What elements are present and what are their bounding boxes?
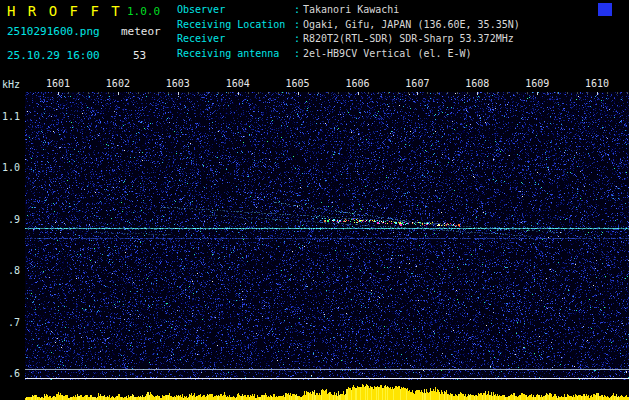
x-tick-label: 1603 (162, 78, 194, 89)
info-colon: : (291, 18, 303, 33)
x-tick-label: 1608 (461, 78, 493, 89)
x-tick-label: 1602 (102, 78, 134, 89)
timestamp: 25.10.29 16:00 (7, 49, 100, 62)
info-label: Receiver (177, 32, 291, 47)
y-tick-label: 1.1 (0, 111, 20, 122)
y-tick-label: 1.0 (0, 162, 20, 173)
info-row: Observer:Takanori Kawachi (177, 3, 520, 18)
app-title: H R O F F T (7, 3, 122, 19)
y-tick-label: .7 (0, 317, 20, 328)
spectrogram-canvas (25, 92, 629, 380)
x-tick-label: 1601 (42, 78, 74, 89)
x-tick-label: 1604 (222, 78, 254, 89)
scale-marker-square (598, 3, 612, 16)
app-version: 1.0.0 (127, 5, 160, 18)
info-value: Ogaki, Gifu, JAPAN (136.60E, 35.35N) (303, 18, 520, 33)
y-tick-label: .8 (0, 265, 20, 276)
info-colon: : (291, 32, 303, 47)
x-tick-label: 1606 (342, 78, 374, 89)
info-value: 2el-HB9CV Vertical (el. E-W) (303, 47, 472, 62)
x-tick-label: 1609 (521, 78, 553, 89)
info-label: Observer (177, 3, 291, 18)
x-tick-label: 1605 (282, 78, 314, 89)
info-row: Receiving antenna:2el-HB9CV Vertical (el… (177, 47, 520, 62)
mode-label: meteor (121, 25, 161, 38)
info-row: Receiver:R820T2(RTL-SDR) SDR-Sharp 53.37… (177, 32, 520, 47)
y-tick-label: .6 (0, 368, 20, 379)
info-value: R820T2(RTL-SDR) SDR-Sharp 53.372MHz (303, 32, 514, 47)
x-tick-label: 1607 (401, 78, 433, 89)
output-file-name: 2510291600.png (7, 25, 100, 38)
hrofft-window: H R O F F T 1.0.0 2510291600.png meteor … (0, 0, 629, 400)
echo-count: 53 (133, 49, 146, 62)
info-panel: Observer:Takanori KawachiReceiving Locat… (177, 3, 520, 61)
info-label: Receiving antenna (177, 47, 291, 62)
x-tick-label: 1610 (581, 78, 613, 89)
info-value: Takanori Kawachi (303, 3, 399, 18)
info-row: Receiving Location:Ogaki, Gifu, JAPAN (1… (177, 18, 520, 33)
y-axis-unit: kHz (2, 79, 20, 90)
info-colon: : (291, 47, 303, 62)
signal-strength-strip (25, 383, 629, 400)
info-label: Receiving Location (177, 18, 291, 33)
info-colon: : (291, 3, 303, 18)
y-tick-label: .9 (0, 214, 20, 225)
